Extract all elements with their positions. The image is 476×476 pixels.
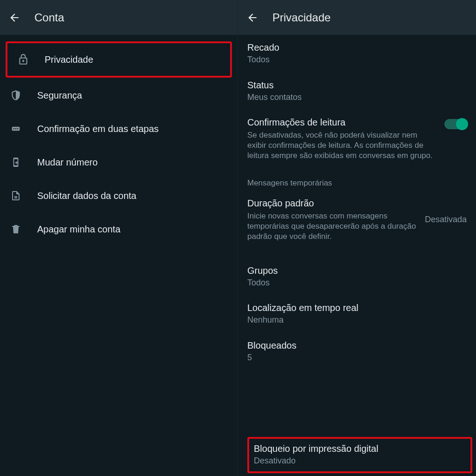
back-icon[interactable] [246,12,258,24]
privacy-content: Recado Todos Status Meus contatos Confir… [238,35,476,370]
setting-status[interactable]: Status Meus contatos [247,73,467,110]
account-panel: Conta Privacidade Segurança Confirmação … [0,0,238,476]
read-receipts-toggle[interactable] [444,119,467,129]
setting-desc: Inicie novas conversas com mensagens tem… [247,211,420,242]
menu-item-two-step[interactable]: Confirmação em duas etapas [0,112,238,145]
account-menu: Privacidade Segurança Confirmação em dua… [0,35,238,246]
setting-fingerprint-lock[interactable]: Bloqueio por impressão digital Desativad… [247,437,472,474]
setting-title: Confirmações de leitura [247,116,438,128]
setting-live-location[interactable]: Localização em tempo real Nenhuma [247,295,467,333]
setting-blocked[interactable]: Bloqueados 5 [247,333,467,370]
doc-icon [9,189,22,202]
setting-title: Grupos [247,264,467,277]
menu-item-request-data[interactable]: Solicitar dados da conta [0,179,238,212]
menu-item-delete-account[interactable]: Apagar minha conta [0,212,238,246]
lock-icon [17,53,30,66]
setting-value: Desativado [254,456,466,466]
privacy-appbar: Privacidade [238,0,476,35]
setting-title: Bloqueio por impressão digital [254,443,466,455]
section-temp-messages: Mensagens temporárias [247,178,467,188]
setting-desc: Se desativadas, você não poderá visualiz… [247,130,438,161]
trash-icon [9,223,22,236]
setting-recado[interactable]: Recado Todos [247,35,467,73]
menu-label: Apagar minha conta [37,224,120,235]
setting-value: Meus contatos [247,92,467,103]
menu-item-change-number[interactable]: Mudar número [0,145,238,179]
setting-default-duration[interactable]: Duração padrão Inicie novas conversas co… [247,191,467,249]
dots-icon [9,122,22,135]
setting-side-value: Desativada [425,215,467,225]
account-title: Conta [34,11,64,24]
menu-label: Segurança [37,90,82,101]
setting-title: Duração padrão [247,197,420,209]
menu-label: Solicitar dados da conta [37,191,136,201]
setting-groups[interactable]: Grupos Todos [247,258,467,296]
shield-icon [9,89,22,102]
privacy-panel: Privacidade Recado Todos Status Meus con… [238,0,476,476]
setting-title: Recado [247,41,467,53]
setting-value: Nenhuma [247,315,467,325]
svg-point-2 [15,128,17,130]
menu-label: Confirmação em duas etapas [37,124,159,134]
setting-title: Status [247,79,467,91]
setting-read-receipts[interactable]: Confirmações de leitura Se desativadas, … [247,110,467,168]
account-appbar: Conta [0,0,238,35]
privacy-title: Privacidade [272,11,331,24]
menu-item-security[interactable]: Segurança [0,79,238,112]
menu-label: Mudar número [37,157,98,168]
back-icon[interactable] [8,12,20,24]
setting-value: 5 [247,352,467,363]
toggle-knob [456,118,468,130]
setting-title: Localização em tempo real [247,302,467,314]
menu-item-privacy[interactable]: Privacidade [6,41,232,78]
setting-value: Todos [247,278,467,288]
svg-point-1 [13,128,15,130]
setting-title: Bloqueados [247,339,467,351]
sim-icon [9,156,22,169]
setting-value: Todos [247,54,467,65]
menu-label: Privacidade [45,54,93,65]
svg-point-3 [17,128,19,130]
